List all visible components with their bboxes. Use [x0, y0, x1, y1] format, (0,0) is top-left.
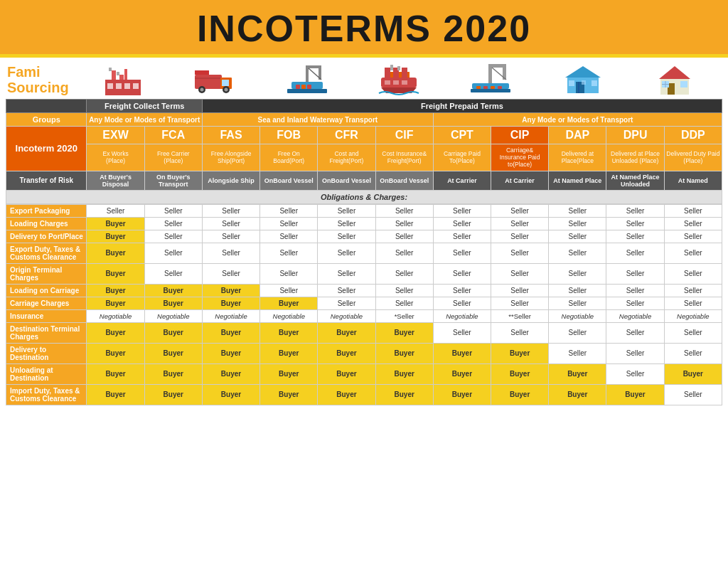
table-row: Destination Terminal ChargesBuyerBuyerBu…: [6, 322, 722, 343]
subname-fas: Free Alongside Ship(Port): [202, 144, 259, 171]
cell-value: Buyer: [144, 363, 202, 384]
cell-value: Seller: [433, 204, 491, 217]
cell-value: Seller: [260, 204, 318, 217]
cell-value: Seller: [491, 284, 549, 297]
cell-value: Buyer: [87, 284, 144, 297]
port-icon: [286, 62, 328, 97]
cell-value: Negotiable: [87, 309, 144, 322]
svg-rect-45: [483, 86, 488, 89]
cell-value: **Seller: [491, 309, 549, 322]
house-icon: [653, 62, 696, 97]
transfer-risk-row: Transfer of Risk At Buyer's Disposal On …: [6, 171, 722, 190]
cell-value: Buyer: [202, 384, 259, 405]
svg-rect-3: [124, 83, 130, 89]
svg-rect-11: [195, 70, 209, 75]
cell-value: Buyer: [144, 322, 202, 343]
cell-value: Negotiable: [202, 309, 259, 322]
svg-rect-4: [133, 83, 139, 89]
cell-value: Buyer: [144, 384, 202, 405]
freight-empty-cell: [6, 100, 87, 113]
cell-value: Buyer: [144, 297, 202, 309]
cell-value: Seller: [491, 204, 549, 217]
risk-fas: Alongside Ship: [202, 171, 259, 190]
risk-cpt: At Carrier: [433, 171, 491, 190]
cell-value: Seller: [375, 217, 433, 230]
subname-exw: Ex Works(Place): [87, 144, 144, 171]
code-cif: CIF: [375, 127, 433, 144]
cell-value: Seller: [433, 322, 491, 343]
svg-rect-33: [402, 68, 407, 78]
risk-exw: At Buyer's Disposal: [87, 171, 144, 190]
code-fob: FOB: [260, 127, 318, 144]
logo-sourcing: Sourcing: [7, 80, 69, 95]
cell-value: Seller: [606, 343, 664, 363]
cell-value: Buyer: [87, 217, 144, 230]
cell-value: Seller: [664, 204, 722, 217]
cell-value: Seller: [664, 384, 722, 405]
svg-rect-46: [491, 86, 495, 89]
main-table: Freight Collect Terms Freight Prepaid Te…: [6, 99, 722, 204]
risk-cfr: OnBoard Vessel: [318, 171, 375, 190]
cell-value: Buyer: [433, 363, 491, 384]
svg-rect-18: [195, 78, 220, 79]
freight-prepaid-header: Freight Prepaid Terms: [202, 100, 722, 113]
svg-rect-24: [296, 85, 300, 89]
port-icon-cell: [279, 62, 336, 97]
subname-cpt: Carriage Paid To(Place): [433, 144, 491, 171]
cell-value: Seller: [491, 243, 549, 263]
cell-value: Negotiable: [664, 309, 722, 322]
cell-value: Buyer: [433, 384, 491, 405]
cell-value: Buyer: [87, 230, 144, 243]
row-label: Loading Charges: [6, 217, 87, 230]
cell-value: Seller: [491, 263, 549, 284]
code-cpt: CPT: [433, 127, 491, 144]
risk-cif: OnBoard Vessel: [375, 171, 433, 190]
code-fas: FAS: [202, 127, 259, 144]
code-dpu: DPU: [606, 127, 664, 144]
cell-value: Seller: [318, 204, 375, 217]
groups-label: Groups: [6, 113, 87, 127]
cell-value: Seller: [202, 263, 259, 284]
risk-ddp: At Named: [664, 171, 722, 190]
cell-value: Seller: [433, 217, 491, 230]
cell-value: Negotiable: [144, 309, 202, 322]
svg-rect-34: [390, 65, 393, 70]
cell-value: Buyer: [87, 363, 144, 384]
truck-icon-cell: [186, 62, 243, 97]
cell-value: Seller: [260, 243, 318, 263]
crane-icon-cell: [462, 62, 519, 97]
svg-rect-5: [112, 70, 116, 80]
cell-value: Seller: [606, 363, 664, 384]
cell-value: Buyer: [260, 384, 318, 405]
cell-value: Seller: [433, 230, 491, 243]
table-row: Loading on CarriageBuyerBuyerBuyerSeller…: [6, 284, 722, 297]
row-label: Delivery to Port/Place: [6, 230, 87, 243]
subname-fob: Free On Board(Port): [260, 144, 318, 171]
svg-rect-38: [402, 80, 407, 85]
row-label: Import Duty, Taxes & Customs Clearance: [6, 384, 87, 405]
subname-dap: Delivered at Place(Place: [549, 144, 606, 171]
cell-value: Seller: [491, 322, 549, 343]
svg-rect-8: [117, 72, 119, 75]
page-title: INCOTERMS 2020: [0, 7, 728, 50]
cell-value: Buyer: [202, 297, 259, 309]
svg-marker-49: [565, 66, 601, 78]
cell-value: Seller: [375, 297, 433, 309]
svg-rect-9: [124, 69, 127, 80]
cell-value: Buyer: [260, 297, 318, 309]
svg-rect-47: [498, 86, 502, 89]
cell-value: Buyer: [606, 384, 664, 405]
logo-icons-row: Fami Sourcing: [0, 58, 728, 99]
data-table: Export PackagingSellerSellerSellerSeller…: [6, 204, 722, 405]
risk-cip: At Carrier: [491, 171, 549, 190]
cell-value: Seller: [202, 217, 259, 230]
svg-rect-35: [397, 66, 400, 70]
svg-point-17: [225, 88, 228, 92]
cell-value: Seller: [318, 217, 375, 230]
cell-value: Seller: [549, 204, 606, 217]
cell-value: Seller: [664, 343, 722, 363]
svg-rect-1: [107, 83, 113, 89]
table-row: InsuranceNegotiableNegotiableNegotiableN…: [6, 309, 722, 322]
cell-value: Seller: [549, 263, 606, 284]
cell-value: Buyer: [87, 343, 144, 363]
